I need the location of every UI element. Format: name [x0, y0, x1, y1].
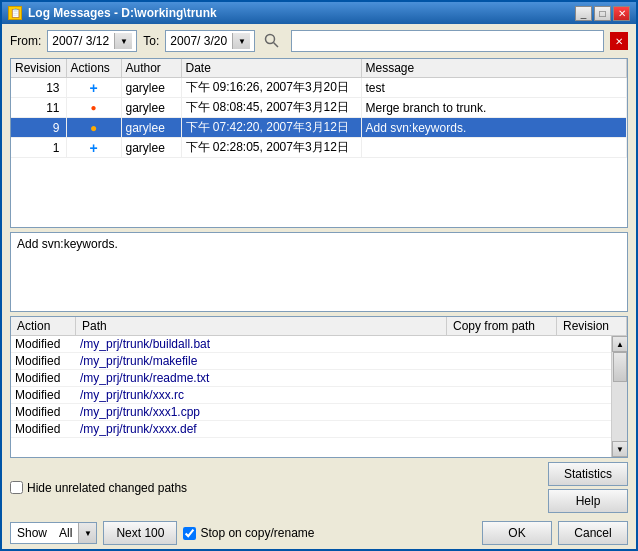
- from-date-dropdown[interactable]: ▼: [114, 33, 132, 49]
- footer-bar: Show All ▼ Next 100 Stop on copy/rename …: [2, 517, 636, 549]
- search-field[interactable]: [296, 34, 599, 48]
- action-bar: Hide unrelated changed paths Statistics …: [2, 458, 636, 517]
- changed-paths-body: Modified /my_prj/trunk/buildall.bat Modi…: [11, 336, 627, 457]
- col-action-header: Action: [11, 317, 76, 335]
- main-window: 📋 Log Messages - D:\working\trunk _ □ ✕ …: [0, 0, 638, 551]
- col-revision-header: Revision: [557, 317, 627, 335]
- app-icon: 📋: [8, 6, 22, 20]
- stop-on-copy-checkbox[interactable]: [183, 527, 196, 540]
- stop-on-copy-label: Stop on copy/rename: [200, 526, 314, 540]
- show-value: All: [53, 526, 78, 540]
- changed-paths-list: Modified /my_prj/trunk/buildall.bat Modi…: [11, 336, 611, 457]
- list-item[interactable]: Modified /my_prj/trunk/makefile: [11, 353, 611, 370]
- scroll-down-button[interactable]: ▼: [612, 441, 627, 457]
- footer-right-buttons: OK Cancel: [482, 521, 628, 545]
- action-mod-icon: ●: [86, 120, 102, 136]
- window-title: Log Messages - D:\working\trunk: [28, 6, 217, 20]
- table-row[interactable]: 1 + garylee 下午 02:28:05, 2007年3月12日: [11, 138, 627, 158]
- col-message: Message: [361, 59, 627, 78]
- col-path-header: Path: [76, 317, 447, 335]
- action-add-icon: +: [86, 140, 102, 156]
- col-revision: Revision: [11, 59, 66, 78]
- show-dropdown-arrow[interactable]: ▼: [78, 523, 96, 543]
- maximize-button[interactable]: □: [594, 6, 611, 21]
- col-actions: Actions: [66, 59, 121, 78]
- to-date-input[interactable]: 2007/ 3/20 ▼: [165, 30, 255, 52]
- main-content: Revision Actions Author Date Message 13 …: [2, 58, 636, 458]
- search-icon: [261, 30, 283, 52]
- show-label: Show: [11, 526, 53, 540]
- col-date: Date: [181, 59, 361, 78]
- search-input[interactable]: [291, 30, 604, 52]
- statistics-button[interactable]: Statistics: [548, 462, 628, 486]
- svg-point-0: [266, 35, 275, 44]
- col-copy-from-header: Copy from path: [447, 317, 557, 335]
- table-row[interactable]: 11 ● garylee 下午 08:08:45, 2007年3月12日 Mer…: [11, 98, 627, 118]
- col-author: Author: [121, 59, 181, 78]
- next-100-button[interactable]: Next 100: [103, 521, 177, 545]
- cancel-button[interactable]: Cancel: [558, 521, 628, 545]
- clear-search-button[interactable]: ✕: [610, 32, 628, 50]
- table-row[interactable]: 13 + garylee 下午 09:16:26, 2007年3月20日 tes…: [11, 78, 627, 98]
- scroll-thumb[interactable]: [613, 352, 627, 382]
- table-row-selected[interactable]: 9 ● garylee 下午 07:42:20, 2007年3月12日 Add …: [11, 118, 627, 138]
- right-action-buttons: Statistics Help: [548, 462, 628, 513]
- from-date-input[interactable]: 2007/ 3/12 ▼: [47, 30, 137, 52]
- action-mod-icon: ●: [86, 100, 102, 116]
- paths-scrollbar[interactable]: ▲ ▼: [611, 336, 627, 457]
- titlebar: 📋 Log Messages - D:\working\trunk _ □ ✕: [2, 2, 636, 24]
- minimize-button[interactable]: _: [575, 6, 592, 21]
- scroll-up-button[interactable]: ▲: [612, 336, 627, 352]
- show-dropdown[interactable]: Show All ▼: [10, 522, 97, 544]
- window-controls: _ □ ✕: [575, 6, 630, 21]
- to-date-dropdown[interactable]: ▼: [232, 33, 250, 49]
- list-item[interactable]: Modified /my_prj/trunk/buildall.bat: [11, 336, 611, 353]
- help-button[interactable]: Help: [548, 489, 628, 513]
- stop-on-copy-wrap: Stop on copy/rename: [183, 526, 314, 540]
- log-table: Revision Actions Author Date Message 13 …: [11, 59, 627, 158]
- hide-unrelated-label: Hide unrelated changed paths: [27, 481, 187, 495]
- action-add-icon: +: [86, 80, 102, 96]
- log-table-container: Revision Actions Author Date Message 13 …: [10, 58, 628, 228]
- hide-unrelated-checkbox[interactable]: [10, 481, 23, 494]
- list-item[interactable]: Modified /my_prj/trunk/readme.txt: [11, 370, 611, 387]
- toolbar: From: 2007/ 3/12 ▼ To: 2007/ 3/20 ▼ ✕: [2, 24, 636, 58]
- list-item[interactable]: Modified /my_prj/trunk/xxx1.cpp: [11, 404, 611, 421]
- titlebar-left: 📋 Log Messages - D:\working\trunk: [8, 6, 217, 20]
- ok-button[interactable]: OK: [482, 521, 552, 545]
- changed-paths-container: Action Path Copy from path Revision Modi…: [10, 316, 628, 458]
- message-text: Add svn:keywords.: [17, 237, 118, 251]
- close-button[interactable]: ✕: [613, 6, 630, 21]
- to-label: To:: [143, 34, 159, 48]
- from-label: From:: [10, 34, 41, 48]
- list-item[interactable]: Modified /my_prj/trunk/xxx.rc: [11, 387, 611, 404]
- scroll-track: [612, 352, 627, 441]
- list-item[interactable]: Modified /my_prj/trunk/xxxx.def: [11, 421, 611, 438]
- changed-paths-header: Action Path Copy from path Revision: [11, 317, 627, 336]
- message-panel: Add svn:keywords.: [10, 232, 628, 312]
- hide-unrelated-wrap: Hide unrelated changed paths: [10, 481, 187, 495]
- svg-line-1: [274, 43, 279, 48]
